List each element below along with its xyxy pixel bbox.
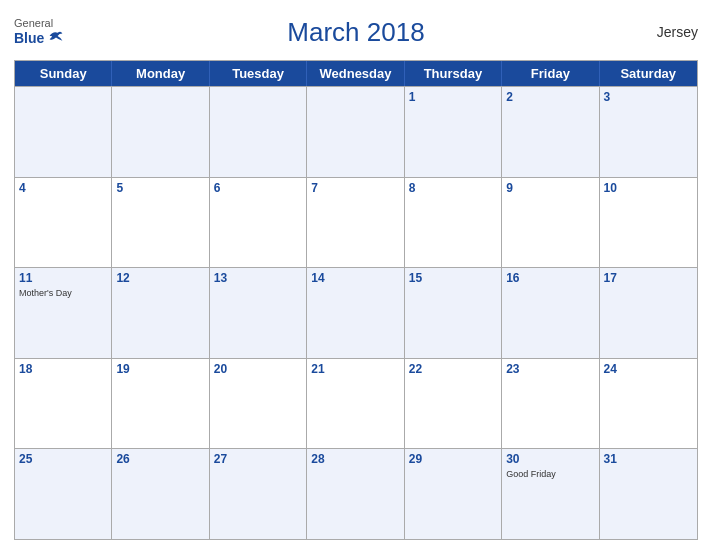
- day-cell: 2: [502, 87, 599, 177]
- day-number: 22: [409, 362, 497, 378]
- day-number: 8: [409, 181, 497, 197]
- day-cell: 23: [502, 359, 599, 449]
- day-cell: [15, 87, 112, 177]
- week-row-3: 11Mother's Day121314151617: [15, 267, 697, 358]
- day-number: 29: [409, 452, 497, 468]
- day-number: 20: [214, 362, 302, 378]
- day-event: Good Friday: [506, 469, 594, 480]
- day-number: 3: [604, 90, 693, 106]
- day-number: 13: [214, 271, 302, 287]
- day-number: 1: [409, 90, 497, 106]
- week-row-1: 123: [15, 86, 697, 177]
- day-cell: 17: [600, 268, 697, 358]
- day-cell: 24: [600, 359, 697, 449]
- day-cell: 12: [112, 268, 209, 358]
- day-header-sunday: Sunday: [15, 61, 112, 86]
- day-cell: 15: [405, 268, 502, 358]
- day-cell: 29: [405, 449, 502, 539]
- day-header-monday: Monday: [112, 61, 209, 86]
- region-label: Jersey: [657, 24, 698, 40]
- day-number: 10: [604, 181, 693, 197]
- day-header-friday: Friday: [502, 61, 599, 86]
- day-cell: 19: [112, 359, 209, 449]
- day-cell: 9: [502, 178, 599, 268]
- day-cell: 6: [210, 178, 307, 268]
- week-row-2: 45678910: [15, 177, 697, 268]
- calendar-body: 1234567891011Mother's Day121314151617181…: [15, 86, 697, 539]
- day-cell: 10: [600, 178, 697, 268]
- day-cell: 11Mother's Day: [15, 268, 112, 358]
- day-cell: 30Good Friday: [502, 449, 599, 539]
- calendar-grid: SundayMondayTuesdayWednesdayThursdayFrid…: [14, 60, 698, 540]
- day-number: 2: [506, 90, 594, 106]
- day-number: 31: [604, 452, 693, 468]
- day-cell: 22: [405, 359, 502, 449]
- page-header: General Blue March 2018 Jersey: [14, 10, 698, 54]
- day-number: 12: [116, 271, 204, 287]
- day-number: 4: [19, 181, 107, 197]
- day-number: 14: [311, 271, 399, 287]
- day-cell: 1: [405, 87, 502, 177]
- day-header-wednesday: Wednesday: [307, 61, 404, 86]
- day-cell: 4: [15, 178, 112, 268]
- day-number: 11: [19, 271, 107, 287]
- day-number: 28: [311, 452, 399, 468]
- day-cell: 31: [600, 449, 697, 539]
- day-cell: 7: [307, 178, 404, 268]
- day-cell: 27: [210, 449, 307, 539]
- day-number: 21: [311, 362, 399, 378]
- day-number: 6: [214, 181, 302, 197]
- week-row-4: 18192021222324: [15, 358, 697, 449]
- day-number: 30: [506, 452, 594, 468]
- day-number: 27: [214, 452, 302, 468]
- logo: General Blue: [14, 17, 53, 47]
- day-number: 15: [409, 271, 497, 287]
- day-cell: 18: [15, 359, 112, 449]
- day-number: 5: [116, 181, 204, 197]
- day-number: 24: [604, 362, 693, 378]
- day-cell: 21: [307, 359, 404, 449]
- day-header-tuesday: Tuesday: [210, 61, 307, 86]
- day-cell: 3: [600, 87, 697, 177]
- day-cell: 28: [307, 449, 404, 539]
- day-number: 25: [19, 452, 107, 468]
- logo-blue: Blue: [14, 30, 44, 46]
- day-number: 26: [116, 452, 204, 468]
- page-title: March 2018: [287, 17, 424, 48]
- day-cell: [112, 87, 209, 177]
- day-header-thursday: Thursday: [405, 61, 502, 86]
- day-cell: 20: [210, 359, 307, 449]
- day-headers-row: SundayMondayTuesdayWednesdayThursdayFrid…: [15, 61, 697, 86]
- day-cell: 26: [112, 449, 209, 539]
- day-number: 18: [19, 362, 107, 378]
- day-cell: 8: [405, 178, 502, 268]
- day-cell: [210, 87, 307, 177]
- day-number: 7: [311, 181, 399, 197]
- day-header-saturday: Saturday: [600, 61, 697, 86]
- logo-general: General: [14, 17, 53, 29]
- day-cell: [307, 87, 404, 177]
- day-number: 19: [116, 362, 204, 378]
- logo-bird-icon: [48, 29, 64, 43]
- week-row-5: 252627282930Good Friday31: [15, 448, 697, 539]
- day-cell: 5: [112, 178, 209, 268]
- day-event: Mother's Day: [19, 288, 107, 299]
- day-number: 17: [604, 271, 693, 287]
- day-number: 9: [506, 181, 594, 197]
- calendar-page: General Blue March 2018 Jersey SundayMon…: [0, 0, 712, 550]
- day-number: 16: [506, 271, 594, 287]
- day-number: 23: [506, 362, 594, 378]
- day-cell: 14: [307, 268, 404, 358]
- day-cell: 25: [15, 449, 112, 539]
- day-cell: 13: [210, 268, 307, 358]
- day-cell: 16: [502, 268, 599, 358]
